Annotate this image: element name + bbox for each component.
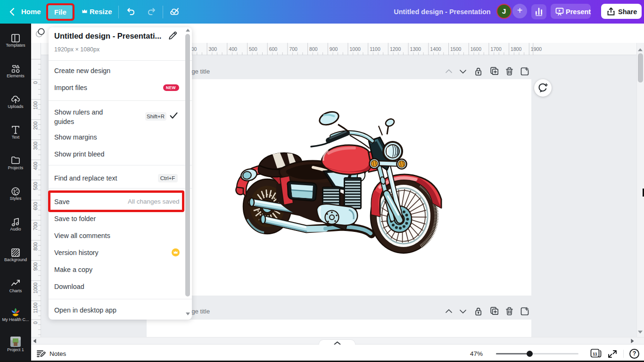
svg-text:700: 700 <box>289 46 297 52</box>
svg-text:1300: 1300 <box>410 46 421 52</box>
svg-text:400: 400 <box>229 46 237 52</box>
svg-text:200: 200 <box>33 122 38 130</box>
svg-text:600: 600 <box>269 46 278 52</box>
svg-text:900: 900 <box>330 46 338 52</box>
svg-text:100: 100 <box>33 101 38 110</box>
svg-text:500: 500 <box>249 46 257 52</box>
svg-text:1200: 1200 <box>390 46 401 52</box>
svg-text:1800: 1800 <box>511 46 522 52</box>
svg-text:1500: 1500 <box>450 46 462 52</box>
svg-text:1900: 1900 <box>531 46 542 52</box>
svg-text:300: 300 <box>33 141 38 150</box>
svg-text:0: 0 <box>33 321 38 324</box>
svg-text:700: 700 <box>33 222 38 230</box>
svg-text:0: 0 <box>33 81 38 84</box>
svg-text:800: 800 <box>33 242 38 251</box>
svg-text:1000: 1000 <box>350 46 361 52</box>
svg-text:600: 600 <box>33 202 38 210</box>
svg-text:900: 900 <box>33 262 38 271</box>
svg-text:500: 500 <box>33 182 38 190</box>
svg-text:1400: 1400 <box>430 46 441 52</box>
svg-text:800: 800 <box>309 46 318 52</box>
svg-text:1100: 1100 <box>370 46 380 52</box>
svg-text:1700: 1700 <box>490 46 502 52</box>
svg-text:1100: 1100 <box>33 303 38 313</box>
svg-text:1000: 1000 <box>33 282 38 294</box>
svg-text:11: 11 <box>593 351 598 356</box>
svg-text:400: 400 <box>33 162 38 170</box>
svg-text:1600: 1600 <box>471 46 482 52</box>
svg-text:300: 300 <box>209 46 217 52</box>
